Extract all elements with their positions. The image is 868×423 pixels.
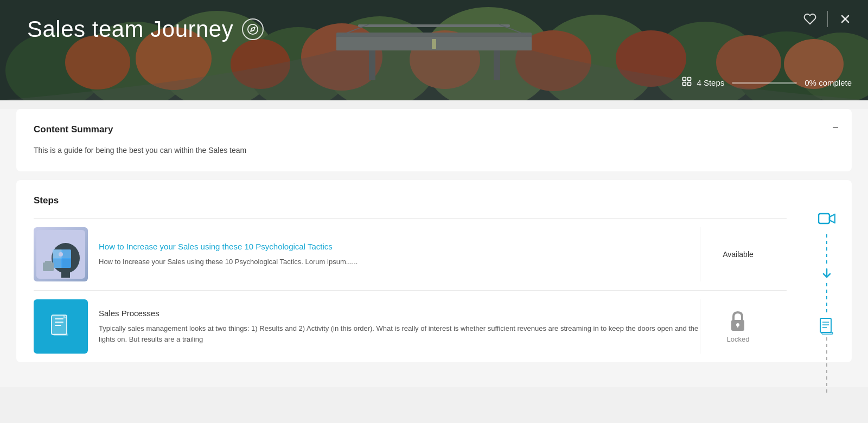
document-icon — [47, 313, 74, 340]
svg-marker-56 — [829, 214, 835, 223]
table-row: Sales Processes Typically sales manageme… — [34, 290, 787, 362]
steps-card: Steps — [16, 180, 852, 362]
connector-arrow — [821, 268, 832, 282]
svg-rect-51 — [53, 334, 68, 336]
svg-rect-42 — [53, 258, 62, 268]
progress-percent-label: 0% complete — [805, 78, 852, 87]
steps-title: Steps — [34, 195, 787, 206]
svg-rect-35 — [683, 82, 686, 86]
svg-rect-46 — [45, 261, 52, 264]
step-status-1: Available — [700, 227, 787, 281]
puzzle-illustration — [36, 230, 85, 279]
progress-row: 4 Steps 0% complete — [681, 76, 852, 89]
connector-dashed-mid — [826, 283, 827, 316]
step-status-2: Locked — [700, 299, 787, 354]
svg-rect-58 — [820, 318, 831, 332]
minimize-button[interactable]: − — [832, 122, 839, 133]
content-summary-card: Content Summary This is a guide for bein… — [16, 109, 852, 171]
svg-rect-45 — [43, 262, 54, 271]
svg-marker-32 — [251, 27, 255, 31]
svg-rect-33 — [683, 78, 686, 81]
document-step-icon — [819, 318, 834, 335]
status-label-1: Available — [723, 250, 754, 259]
main-content: Content Summary This is a guide for bein… — [0, 109, 868, 387]
svg-rect-43 — [61, 258, 71, 268]
svg-rect-55 — [819, 214, 829, 223]
svg-rect-39 — [61, 268, 70, 278]
svg-rect-36 — [688, 82, 691, 86]
steps-count: 4 Steps — [681, 76, 724, 89]
lock-icon — [728, 310, 748, 332]
step-description-1: How to Increase your Sales using these 1… — [99, 257, 700, 267]
content-summary-description: This is a guide for being the best you c… — [34, 145, 834, 156]
step-info-1: How to Increase your Sales using these 1… — [99, 219, 700, 290]
svg-rect-62 — [822, 332, 833, 334]
svg-rect-50 — [55, 325, 61, 326]
connector-dashed-top — [826, 234, 827, 267]
svg-rect-49 — [55, 322, 63, 323]
step-info-2: Sales Processes Typically sales manageme… — [99, 291, 700, 362]
step-title-link-1[interactable]: How to Increase your Sales using these 1… — [99, 242, 700, 251]
journey-timeline — [818, 211, 835, 396]
svg-rect-48 — [55, 318, 63, 319]
steps-count-label: 4 Steps — [697, 78, 724, 87]
locked-status: Locked — [727, 310, 750, 343]
page-wrapper: Sales team Journey — [0, 0, 868, 387]
svg-rect-34 — [688, 78, 691, 81]
arrow-down-icon — [821, 268, 832, 279]
svg-point-44 — [59, 252, 63, 257]
svg-rect-54 — [737, 325, 738, 328]
compass-icon — [242, 18, 264, 40]
hero-title-row: Sales team Journey — [27, 16, 841, 42]
steps-icon — [681, 76, 692, 89]
page-title: Sales team Journey — [27, 16, 233, 42]
step-title-2: Sales Processes — [99, 309, 700, 318]
step-type-icon-2 — [819, 318, 834, 337]
step-description-2: Typically sales management looks at two … — [99, 323, 700, 344]
video-icon — [818, 211, 835, 227]
hero-header: Sales team Journey — [0, 0, 868, 100]
status-locked-label: Locked — [727, 335, 750, 343]
step-thumbnail-2 — [34, 299, 88, 354]
step-type-icon-1 — [818, 211, 835, 230]
step-thumbnail-1 — [34, 227, 88, 281]
progress-track — [732, 82, 797, 84]
table-row: How to Increase your Sales using these 1… — [34, 218, 787, 290]
content-summary-title: Content Summary — [34, 124, 834, 135]
svg-point-31 — [248, 24, 258, 34]
connector-dashed-bottom — [826, 337, 827, 396]
